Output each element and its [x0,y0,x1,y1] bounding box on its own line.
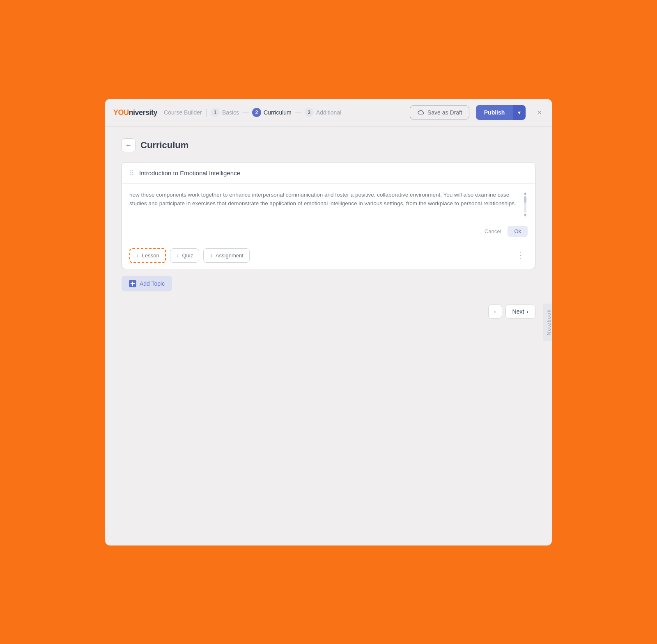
header: YOUniversity Course Builder | 1 Basics —… [105,99,552,127]
more-menu-button[interactable]: ⋮ [513,249,528,261]
assignment-label: Assignment [216,252,244,259]
topic-card: ⠿ Introduction to Emotional Intelligence… [122,162,535,269]
outer-frame: YOUniversity Course Builder | 1 Basics —… [99,92,558,552]
plus-icon: + [209,252,213,259]
page-title: Curriculum [140,140,188,151]
main-content: ← Curriculum ⠿ Introduction to Emotional… [105,127,552,545]
publish-button-group: Publish ▾ [476,105,526,120]
publish-chevron-button[interactable]: ▾ [513,105,526,120]
plus-icon: + [136,252,140,259]
add-topic-label: Add Topic [140,280,165,287]
scroll-track [524,196,526,213]
topic-description-area: how these components work together to en… [122,184,535,222]
step1-badge: 1 [211,108,220,117]
publish-button[interactable]: Publish [476,105,513,120]
breadcrumb-label: Course Builder [164,109,202,116]
topic-description: how these components work together to en… [129,190,519,218]
save-draft-button[interactable]: Save as Draft [410,105,469,119]
step3-label: Additional [316,109,342,116]
next-button[interactable]: Next › [505,305,535,319]
scrollbar[interactable]: ▲ ▼ [523,190,528,218]
logo: YOUniversity [113,108,157,117]
breadcrumb: Course Builder | 1 Basics — 2 Curriculum… [164,108,341,117]
topic-title: Introduction to Emotional Intelligence [139,170,240,176]
topic-actions-row: Cancel Ok [122,222,535,242]
add-topic-button[interactable]: Add Topic [122,276,172,291]
bottom-nav: ‹ Next › [122,305,535,325]
step1-label: Basics [222,109,239,116]
add-lesson-button[interactable]: + Lesson [129,248,166,263]
lesson-label: Lesson [142,252,159,259]
quiz-label: Quiz [182,252,193,259]
back-icon: ← [125,142,132,149]
breadcrumb-step1: 1 Basics [211,108,239,117]
scroll-up-icon: ▲ [523,191,527,195]
prev-icon: ‹ [494,308,496,315]
next-label: Next [512,308,524,315]
scroll-thumb [524,196,526,203]
add-topic-icon [129,280,136,287]
app-window: YOUniversity Course Builder | 1 Basics —… [105,99,552,545]
step3-badge: 3 [305,108,314,117]
back-button[interactable]: ← [122,138,136,152]
close-button[interactable]: × [535,106,544,119]
notebook-tab-container: Notebook [543,303,552,341]
step2-label: Curriculum [264,109,292,116]
topic-header: ⠿ Introduction to Emotional Intelligence [122,163,535,184]
breadcrumb-step3: 3 Additional [305,108,342,117]
next-icon: › [526,308,528,315]
breadcrumb-arrow2: — [295,109,301,116]
drag-handle-icon[interactable]: ⠿ [129,169,134,177]
cloud-icon [417,110,424,115]
add-items-row: + Lesson + Quiz + Assignment ⋮ [122,242,535,269]
breadcrumb-arrow1: — [242,109,249,116]
page-header: ← Curriculum [122,138,535,152]
cancel-button[interactable]: Cancel [481,227,504,236]
chevron-down-icon: ▾ [518,109,521,116]
add-quiz-button[interactable]: + Quiz [170,248,200,263]
breadcrumb-sep1: | [205,108,207,117]
ok-button[interactable]: Ok [508,226,528,237]
save-draft-label: Save as Draft [427,109,462,116]
breadcrumb-step2: 2 Curriculum [252,108,292,117]
plus-icon: + [176,252,180,259]
svg-rect-1 [131,283,135,284]
prev-button[interactable]: ‹ [488,305,502,319]
notebook-tab[interactable]: Notebook [543,303,552,341]
logo-niversity: niversity [129,108,158,117]
step2-badge: 2 [252,108,261,117]
scroll-down-icon: ▼ [523,213,527,218]
logo-you: YOU [113,108,129,117]
add-assignment-button[interactable]: + Assignment [203,248,250,263]
